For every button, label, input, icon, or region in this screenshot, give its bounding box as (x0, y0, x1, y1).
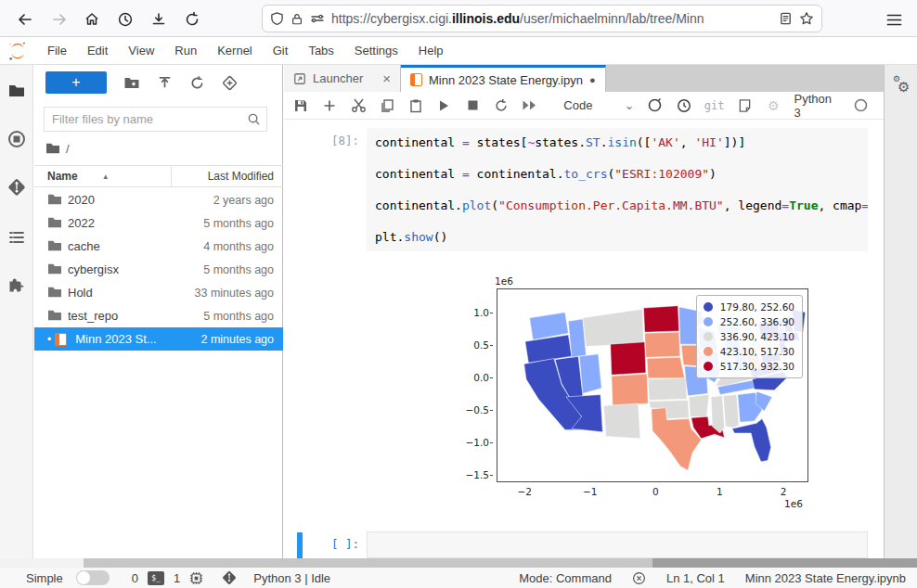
git-toolbar-label[interactable]: git (704, 99, 725, 112)
modified-column-header[interactable]: Last Modified (172, 170, 283, 183)
breadcrumb[interactable]: / (45, 139, 70, 158)
new-folder-icon[interactable] (123, 74, 140, 91)
notebook-tools-icon[interactable] (738, 97, 754, 113)
folder-icon (47, 262, 62, 277)
filter-files-input[interactable] (52, 112, 247, 126)
kernel-status-icon[interactable] (853, 97, 869, 113)
file-name: 2022 (68, 216, 203, 230)
restart-kernel-icon[interactable] (494, 97, 510, 113)
hamburger-menu-icon[interactable] (882, 7, 906, 32)
notebook-content: [8]: continental = states[~states.ST.isi… (284, 121, 884, 558)
unsaved-dot-icon[interactable]: ● (589, 74, 596, 85)
file-row-hold[interactable]: Hold33 minutes ago (34, 281, 283, 304)
downloads-icon[interactable] (147, 7, 171, 32)
line-col-indicator[interactable]: Ln 1, Col 1 (666, 571, 725, 585)
menu-kernel[interactable]: Kernel (207, 37, 263, 64)
file-row-cybergisx[interactable]: cybergisx5 months ago (34, 258, 283, 281)
folder-icon (47, 239, 62, 254)
selected-cell-bar (297, 532, 303, 558)
scrollbar-thumb[interactable] (652, 558, 917, 568)
bookmark-star-icon[interactable] (799, 11, 814, 26)
execution-indicator-icon[interactable] (647, 97, 663, 113)
home-icon[interactable] (80, 7, 104, 32)
save-icon[interactable] (293, 97, 309, 113)
url-text[interactable]: https://cybergisx.cigi.illinois.edu/user… (331, 11, 772, 26)
permissions-icon[interactable] (310, 12, 325, 25)
search-icon (247, 112, 261, 126)
kernel-status-text[interactable]: Python 3 | Idle (253, 571, 330, 585)
table-of-contents-icon[interactable] (7, 228, 26, 247)
menu-edit[interactable]: Edit (77, 37, 118, 64)
code-editor[interactable]: continental = states[~states.ST.isin(['A… (367, 128, 868, 251)
paste-icon[interactable] (407, 97, 423, 113)
file-name: Minn 2023 St... (75, 332, 200, 346)
git-status-icon (222, 570, 237, 585)
file-browser-icon[interactable] (7, 82, 26, 100)
running-kernels-icon[interactable] (7, 130, 26, 148)
back-icon[interactable] (13, 7, 37, 32)
tab-notebook[interactable]: Minn 2023 State Energy.ipyn ● (401, 65, 606, 92)
forward-icon[interactable] (47, 7, 71, 32)
restart-run-all-icon[interactable] (522, 97, 537, 113)
file-row-2022[interactable]: 20225 months ago (34, 211, 283, 235)
notebook-icon (55, 333, 67, 346)
lock-icon[interactable] (291, 12, 304, 26)
refresh-icon[interactable] (189, 75, 205, 91)
reader-view-icon[interactable] (779, 11, 793, 26)
legend-item: 517.30, 932.30 (704, 359, 794, 374)
y-axis-offset-label: 1e6 (495, 275, 513, 287)
git-clone-icon[interactable] (222, 75, 238, 91)
close-tab-icon[interactable]: × (382, 70, 391, 86)
folder-icon (47, 286, 62, 300)
empty-code-editor[interactable] (367, 531, 868, 558)
url-bar[interactable]: https://cybergisx.cigi.illinois.edu/user… (262, 5, 822, 32)
simple-mode-toggle[interactable] (76, 570, 110, 585)
file-row-test-repo[interactable]: test_repo5 months ago (34, 304, 283, 327)
menu-file[interactable]: File (37, 37, 77, 64)
add-cell-icon[interactable] (322, 97, 338, 113)
cut-icon[interactable] (351, 97, 367, 113)
git-icon[interactable] (7, 178, 26, 197)
shield-icon[interactable] (270, 11, 284, 26)
file-modified: 5 months ago (203, 217, 274, 230)
horizontal-scrollbar[interactable] (0, 558, 917, 568)
map-legend: 179.80, 252.60252.60, 336.90336.90, 423.… (696, 295, 803, 378)
menu-run[interactable]: Run (164, 37, 207, 64)
new-launcher-button[interactable]: + (45, 71, 107, 94)
filter-files-box (44, 107, 267, 132)
file-row-2020[interactable]: 20202 years ago (34, 188, 283, 211)
name-column-header[interactable]: Name▲ (34, 166, 172, 186)
execution-time-clock-icon[interactable] (676, 97, 691, 113)
menu-tabs[interactable]: Tabs (298, 37, 343, 64)
kernel-chip-icon (189, 571, 203, 585)
menu-help[interactable]: Help (408, 37, 454, 64)
map-plot-area: 179.80, 252.60252.60, 336.90336.90, 423.… (497, 288, 808, 482)
run-icon[interactable] (436, 97, 452, 113)
extensions-puzzle-icon[interactable] (7, 276, 26, 295)
notebook-toolbar: Code⌄ git ⚙ Python 3 (284, 92, 884, 120)
browser-toolbar: https://cybergisx.cigi.illinois.edu/user… (0, 0, 917, 37)
menu-git[interactable]: Git (263, 37, 299, 64)
cell-prompt: [8]: (297, 128, 367, 251)
mode-indicator[interactable]: Mode: Command (519, 571, 612, 585)
tab-launcher[interactable]: Launcher × (284, 65, 401, 92)
menu-view[interactable]: View (118, 37, 164, 64)
copy-icon[interactable] (380, 97, 395, 113)
simple-mode-label: Simple (26, 571, 63, 585)
file-row-minn-2023-st-[interactable]: •Minn 2023 St...2 minutes ago (34, 327, 283, 351)
reload-icon[interactable] (180, 7, 204, 32)
stop-icon[interactable] (465, 97, 481, 113)
kernel-name[interactable]: Python 3 (794, 92, 841, 120)
upload-icon[interactable] (157, 75, 173, 91)
status-bar: Simple 0 $_ 1 Python 3 | Idle Mode: Comm… (0, 568, 917, 588)
history-icon[interactable] (113, 7, 137, 32)
empty-code-cell[interactable]: [ ]: (284, 531, 884, 558)
launcher-icon (293, 72, 306, 85)
file-name: cybergisx (68, 262, 203, 276)
file-row-cache[interactable]: cache4 months ago (34, 235, 283, 258)
terminals-count: 0 (132, 571, 138, 585)
notebook-icon (410, 73, 422, 86)
menu-settings[interactable]: Settings (344, 37, 408, 64)
code-cell[interactable]: [8]: continental = states[~states.ST.isi… (284, 128, 884, 251)
cell-type-dropdown[interactable]: Code⌄ (563, 98, 634, 112)
